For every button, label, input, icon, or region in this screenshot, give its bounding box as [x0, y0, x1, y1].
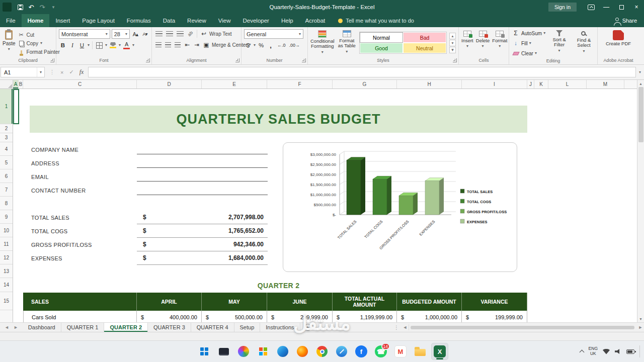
column-header-k[interactable]: K — [534, 80, 548, 88]
dialog-launcher-icon[interactable] — [50, 58, 54, 62]
undo-button[interactable] — [26, 0, 37, 14]
wrap-text-button[interactable]: Wrap Text — [200, 29, 232, 38]
hscroll-right-icon[interactable] — [637, 325, 644, 330]
fill-button[interactable]: Fill — [512, 39, 545, 47]
decrease-decimal-button[interactable] — [288, 41, 301, 50]
vertical-scrollbar[interactable]: ▲ ▼ — [637, 80, 644, 322]
decrease-indent-button[interactable] — [183, 40, 191, 49]
tell-me-box[interactable]: Tell me what you want to do — [333, 14, 419, 27]
sheet-tab-setup[interactable]: Setup — [234, 323, 261, 332]
table-cell-value[interactable]: $500,000.00 — [202, 311, 267, 322]
insert-function-button[interactable]: fx — [79, 68, 84, 76]
number-format-select[interactable]: General — [244, 29, 303, 39]
horizontal-scrollbar[interactable] — [409, 324, 636, 330]
dialog-launcher-icon[interactable] — [235, 58, 239, 62]
font-size-select[interactable]: 28 — [112, 29, 130, 39]
row-header-3[interactable]: 3 — [0, 133, 13, 142]
table-header-total-actual-amount[interactable]: TOTAL ACTUAL AMOUNT — [333, 293, 397, 311]
ribbon-display-options-button[interactable] — [584, 0, 599, 14]
table-header-may[interactable]: MAY — [202, 293, 267, 311]
cancel-entry-icon[interactable] — [60, 69, 63, 75]
start-button[interactable] — [196, 343, 213, 360]
form-input-line[interactable] — [137, 167, 268, 168]
form-input-line[interactable] — [137, 154, 268, 154]
table-header-april[interactable]: APRIL — [137, 293, 202, 311]
row-header-10[interactable]: 10 — [0, 224, 13, 237]
row-header-9[interactable]: 9 — [0, 210, 13, 224]
selected-cell-a1[interactable] — [13, 89, 19, 124]
conditional-formatting-button[interactable]: Conditional Formatting — [310, 29, 335, 56]
firefox-browser[interactable] — [294, 343, 311, 360]
chevron-down-icon[interactable] — [88, 43, 90, 47]
table-cell-value[interactable]: $1,199,999.00 — [333, 311, 397, 322]
qat-customize-button[interactable] — [48, 0, 59, 14]
row-header-8[interactable]: 8 — [0, 197, 13, 210]
chevron-down-icon[interactable] — [119, 43, 121, 47]
align-center-button[interactable] — [164, 40, 172, 49]
form-input-line[interactable] — [137, 181, 268, 182]
table-header-budgeted-amount[interactable]: BUDGETED AMOUNT — [397, 293, 462, 311]
chevron-down-icon[interactable] — [105, 43, 107, 47]
format-as-table-button[interactable]: Format as Table — [337, 29, 357, 56]
facebook-app[interactable]: f — [353, 343, 370, 360]
share-button[interactable]: Share — [608, 14, 644, 27]
bold-button[interactable] — [59, 41, 67, 50]
format-cells-button[interactable]: Format — [492, 29, 507, 56]
vertical-scroll-thumb[interactable] — [638, 87, 643, 142]
dialog-launcher-icon[interactable] — [302, 58, 306, 62]
save-button[interactable] — [15, 0, 26, 14]
ribbon-tab-help[interactable]: Help — [275, 14, 299, 27]
find-select-button[interactable]: Find & Select — [573, 29, 595, 57]
column-header-g[interactable]: G — [333, 80, 397, 88]
budget-chart[interactable]: $3,000,000.00$2,500,000.00$2,000,000.00$… — [283, 142, 517, 272]
ribbon-tab-page-layout[interactable]: Page Layout — [76, 14, 121, 27]
column-header-l[interactable]: L — [548, 80, 587, 88]
ribbon-tab-developer[interactable]: Developer — [237, 14, 275, 27]
table-header-sales[interactable]: SALES — [23, 293, 137, 311]
dialog-launcher-icon[interactable] — [146, 58, 150, 62]
table-cell-value[interactable]: $299,999.00 — [267, 311, 333, 322]
ribbon-tab-home[interactable]: Home — [22, 14, 50, 27]
column-header-e[interactable]: E — [202, 80, 267, 88]
align-top-button[interactable] — [154, 29, 164, 38]
sheet-tab-quarter-2[interactable]: QUARTER 2 — [104, 323, 148, 332]
hscroll-left-icon[interactable] — [401, 325, 409, 330]
sign-in-button[interactable]: Sign in — [548, 3, 577, 12]
increase-font-button[interactable] — [131, 30, 139, 39]
minimize-button[interactable]: — — [599, 0, 614, 14]
column-header-d[interactable]: D — [137, 80, 202, 88]
ribbon-tab-file[interactable]: File — [0, 14, 22, 27]
column-header-h[interactable]: H — [397, 80, 462, 88]
decrease-font-button[interactable] — [141, 30, 149, 39]
maximize-button[interactable] — [614, 0, 629, 14]
edge-browser[interactable] — [274, 343, 291, 360]
clear-button[interactable]: Clear — [512, 49, 545, 57]
table-cell-value[interactable]: $400,000.00 — [137, 311, 202, 322]
column-header-a[interactable]: A — [13, 80, 19, 88]
table-cell-value[interactable]: $199,999.00 — [462, 311, 527, 322]
cell-style-normal[interactable]: Normal — [360, 32, 403, 43]
dialog-launcher-icon[interactable] — [453, 58, 457, 62]
row-header-12[interactable]: 12 — [0, 251, 13, 264]
align-bottom-button[interactable] — [176, 29, 185, 38]
ribbon-tab-acrobat[interactable]: Acrobat — [299, 14, 332, 27]
cell-style-bad[interactable]: Bad — [403, 32, 446, 43]
row-header-7[interactable]: 7 — [0, 183, 13, 197]
sheet-tab-instructions[interactable]: Instructions — [260, 323, 300, 332]
desktop-app[interactable] — [215, 343, 232, 360]
show-desktop-button[interactable] — [639, 345, 640, 357]
battery-icon[interactable] — [626, 349, 634, 354]
column-header-c[interactable]: C — [23, 80, 137, 88]
ribbon-tab-review[interactable]: Review — [181, 14, 212, 27]
sheet-tab-quarter-4[interactable]: QUARTER 4 — [191, 323, 234, 332]
scroll-up-icon[interactable]: ▲ — [638, 80, 644, 86]
tab-splitter-handle[interactable] — [391, 325, 401, 330]
hidden-icons-chevron-icon[interactable] — [579, 350, 584, 355]
format-painter-button[interactable]: Format Painter — [18, 48, 60, 56]
close-button[interactable]: × — [629, 0, 644, 14]
increase-indent-button[interactable] — [193, 40, 201, 49]
cell-style-good[interactable]: Good — [360, 43, 403, 53]
formula-bar-expand-icon[interactable] — [636, 70, 644, 74]
photos-app[interactable] — [235, 343, 252, 360]
sort-filter-button[interactable]: Sort & Filter — [548, 29, 571, 57]
